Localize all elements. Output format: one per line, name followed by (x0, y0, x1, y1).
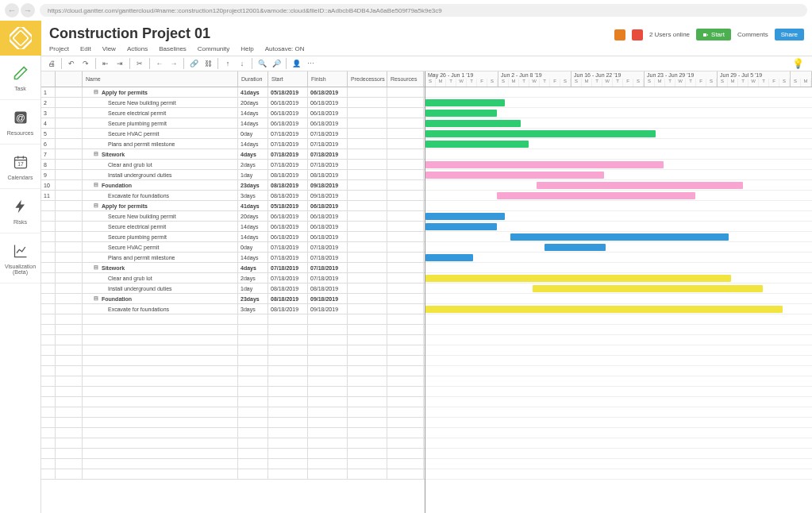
empty-row[interactable] (41, 407, 425, 418)
task-row[interactable]: Clear and grub lot2days07/18/201907/18/2… (41, 273, 425, 284)
cell-res[interactable] (387, 304, 424, 314)
cell-name[interactable]: Secure electrical permit (83, 222, 238, 231)
cell-duration[interactable]: 14days (238, 232, 268, 241)
cell-duration[interactable]: 20days (238, 98, 268, 107)
gantt-row[interactable] (425, 211, 812, 222)
cell-start[interactable]: 08/18/2019 (268, 180, 308, 190)
cell-duration[interactable]: 2days (238, 160, 268, 169)
rail-resources[interactable]: @ Resources (0, 100, 40, 145)
cell-start[interactable]: 08/18/2019 (268, 284, 308, 293)
arrow-right-button[interactable]: → (167, 57, 181, 70)
task-row[interactable]: 3Secure electrical permit14days06/18/201… (41, 108, 425, 118)
cell-pred[interactable] (348, 273, 387, 283)
cell-name[interactable]: Plans and permit milestone (83, 139, 238, 148)
gantt-bar[interactable] (425, 120, 521, 127)
user-avatar-1[interactable] (614, 29, 625, 40)
menu-baselines[interactable]: Baselines (159, 45, 187, 52)
cell-finish[interactable]: 09/18/2019 (308, 304, 348, 314)
link-button[interactable]: 🔗 (187, 57, 201, 70)
cell-name[interactable]: Install underground duties (83, 170, 238, 179)
col-finish-header[interactable]: Finish (308, 71, 348, 87)
cell-name[interactable]: Secure plumbing permit (83, 232, 238, 241)
cell-duration[interactable]: 14days (238, 108, 268, 118)
task-row[interactable]: 10⊟Foundation23days08/18/201909/18/2019 (41, 180, 425, 191)
empty-row[interactable] (41, 459, 425, 469)
comments-link[interactable]: Comments (737, 31, 768, 38)
cell-duration[interactable]: 4days (238, 149, 268, 159)
cell-duration[interactable]: 14days (238, 139, 268, 148)
cell-finish[interactable]: 06/18/2019 (308, 118, 348, 128)
cell-res[interactable] (387, 284, 424, 293)
cell-finish[interactable]: 07/18/2019 (308, 129, 348, 138)
task-row[interactable]: ⊟Sitework4days07/18/201907/18/2019 (41, 263, 425, 273)
redo-button[interactable]: ↷ (79, 57, 93, 70)
menu-autosaveon[interactable]: Autosave: ON (265, 45, 305, 52)
menu-help[interactable]: Help (241, 45, 253, 52)
cell-duration[interactable]: 0day (238, 129, 268, 138)
cell-start[interactable]: 08/18/2019 (268, 191, 308, 200)
gantt-row[interactable] (425, 253, 812, 263)
cell-finish[interactable]: 06/18/2019 (308, 211, 348, 221)
cell-name[interactable]: ⊟Foundation (83, 294, 238, 303)
task-row[interactable]: Secure electrical permit14days06/18/2019… (41, 222, 425, 232)
cell-pred[interactable] (348, 294, 387, 303)
cell-res[interactable] (387, 273, 424, 283)
gantt-row[interactable] (425, 304, 812, 314)
cell-name[interactable]: Secure HVAC permit (83, 242, 238, 252)
cell-res[interactable] (387, 160, 424, 169)
cell-name[interactable]: ⊟Sitework (83, 263, 238, 272)
col-start-header[interactable]: Start (268, 71, 308, 87)
cell-name[interactable]: Install underground duties (83, 284, 238, 293)
rail-visualization[interactable]: Visualization (Beta) (0, 233, 40, 284)
cell-finish[interactable]: 09/18/2019 (308, 180, 348, 190)
cell-res[interactable] (387, 263, 424, 272)
cell-pred[interactable] (348, 191, 387, 200)
gantt-row[interactable] (425, 232, 812, 242)
cell-pred[interactable] (348, 253, 387, 262)
gantt-bar[interactable] (497, 192, 695, 199)
cell-finish[interactable]: 06/18/2019 (308, 87, 348, 97)
task-row[interactable]: ⊟Foundation23days08/18/201909/18/2019 (41, 294, 425, 304)
cell-start[interactable]: 08/18/2019 (268, 304, 308, 314)
gantt-bar[interactable] (425, 99, 505, 106)
cell-finish[interactable]: 07/18/2019 (308, 242, 348, 252)
gantt-row[interactable] (425, 180, 812, 191)
gantt-bar[interactable] (425, 110, 497, 117)
cell-pred[interactable] (348, 201, 387, 210)
cell-start[interactable]: 05/18/2019 (268, 87, 308, 97)
task-row[interactable]: 11Excavate for foundations3days08/18/201… (41, 191, 425, 201)
cell-duration[interactable]: 23days (238, 180, 268, 190)
cell-res[interactable] (387, 108, 424, 118)
gantt-bar[interactable] (425, 254, 473, 261)
menu-project[interactable]: Project (49, 45, 69, 52)
cell-finish[interactable]: 09/18/2019 (308, 191, 348, 200)
cell-start[interactable]: 06/18/2019 (268, 98, 308, 107)
cell-pred[interactable] (348, 180, 387, 190)
gantt-row[interactable] (425, 98, 812, 108)
cell-start[interactable]: 06/18/2019 (268, 211, 308, 221)
cell-finish[interactable]: 06/18/2019 (308, 108, 348, 118)
move-up-button[interactable]: ↑ (221, 57, 235, 70)
cell-start[interactable]: 08/18/2019 (268, 170, 308, 179)
indent-button[interactable]: ⇥ (113, 57, 127, 70)
gantt-row[interactable] (425, 222, 812, 232)
gantt-row[interactable] (425, 139, 812, 149)
cell-duration[interactable]: 4days (238, 263, 268, 272)
cell-name[interactable]: Clear and grub lot (83, 273, 238, 283)
cell-name[interactable]: ⊟Apply for permits (83, 201, 238, 210)
menu-edit[interactable]: Edit (80, 45, 91, 52)
print-button[interactable]: 🖨 (44, 57, 59, 70)
cell-res[interactable] (387, 211, 424, 221)
zoom-in-button[interactable]: 🔍 (255, 57, 269, 70)
gantt-row[interactable] (425, 263, 812, 273)
cell-finish[interactable]: 07/18/2019 (308, 149, 348, 159)
task-row[interactable]: Plans and permit milestone14days07/18/20… (41, 253, 425, 263)
nav-back-button[interactable]: ← (5, 3, 19, 17)
empty-row[interactable] (41, 376, 425, 387)
cell-pred[interactable] (348, 149, 387, 159)
rail-risks[interactable]: Risks (0, 189, 40, 233)
empty-row[interactable] (41, 428, 425, 438)
cell-pred[interactable] (348, 139, 387, 148)
cell-res[interactable] (387, 98, 424, 107)
cell-pred[interactable] (348, 108, 387, 118)
